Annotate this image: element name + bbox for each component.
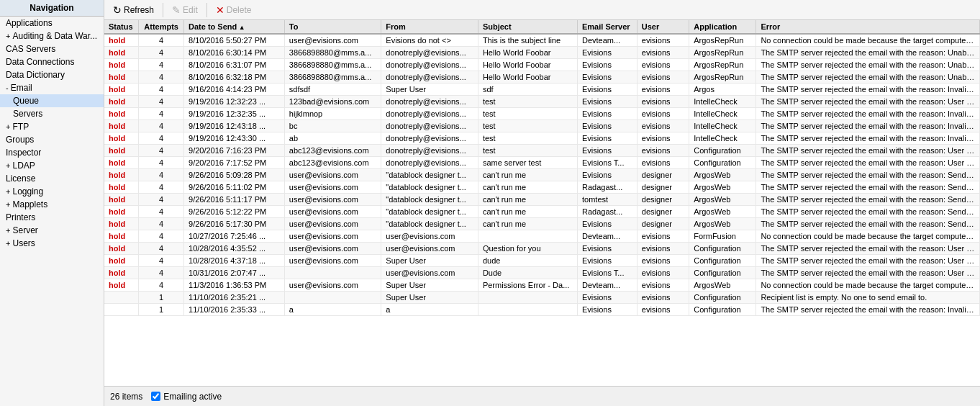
table-row[interactable]: hold49/26/2016 5:09:28 PMuser@evisions.c… xyxy=(104,169,980,181)
cell-application: ArgosRepRun xyxy=(689,34,756,47)
cell-user: designer xyxy=(637,218,689,230)
col-header-user[interactable]: User xyxy=(637,20,689,34)
sidebar-item-inspector[interactable]: Inspector xyxy=(0,146,104,159)
cell-from: donotreply@evisions... xyxy=(381,157,478,169)
col-header-status[interactable]: Status xyxy=(104,20,139,34)
sidebar-item-cas-servers[interactable]: CAS Servers xyxy=(0,42,104,55)
cell-attempts: 4 xyxy=(139,47,184,59)
cell-user: evisions xyxy=(637,108,689,120)
cell-to: user@evisions.com xyxy=(284,34,381,47)
sidebar-item-groups[interactable]: Groups xyxy=(0,133,104,146)
sidebar-item-license[interactable]: License xyxy=(0,172,104,185)
delete-button[interactable]: ✕ Delete xyxy=(212,3,256,17)
cell-from: Super User xyxy=(381,292,478,304)
cell-error: The SMTP server rejected the email with … xyxy=(756,145,980,157)
table-row[interactable]: hold49/16/2016 4:14:23 PMsdfsdfSuper Use… xyxy=(104,84,980,96)
table-row[interactable]: 111/10/2016 2:35:21 ...Super UserEvision… xyxy=(104,292,980,304)
cell-user: evisions xyxy=(637,230,689,243)
toolbar-separator-2 xyxy=(207,3,207,17)
table-row[interactable]: hold49/19/2016 12:43:18 ...bcdonotreply@… xyxy=(104,120,980,132)
cell-date: 10/31/2016 2:07:47 ... xyxy=(184,267,285,279)
cell-application: FormFusion xyxy=(689,230,756,243)
col-header-from[interactable]: From xyxy=(381,20,478,34)
table-row[interactable]: hold48/10/2016 5:50:27 PMuser@evisions.c… xyxy=(104,34,980,47)
table-row[interactable]: hold49/26/2016 5:12:22 PMuser@evisions.c… xyxy=(104,206,980,218)
cell-attempts: 4 xyxy=(139,132,184,145)
col-header-date-to-send[interactable]: Date to Send xyxy=(184,20,285,34)
table-row[interactable]: hold49/19/2016 12:32:23 ...123bad@evisio… xyxy=(104,96,980,108)
cell-application: ArgosRepRun xyxy=(689,71,756,84)
cell-emailserver: Devteam... xyxy=(577,34,637,47)
sidebar-item-servers[interactable]: Servers xyxy=(0,107,104,120)
table-row[interactable]: hold48/10/2016 6:32:18 PM3866898880@mms.… xyxy=(104,71,980,84)
cell-emailserver: Evisions xyxy=(577,47,637,59)
cell-subject xyxy=(478,304,577,316)
table-row[interactable]: hold49/19/2016 12:32:35 ...hijklmnopdono… xyxy=(104,108,980,120)
sidebar-item-email[interactable]: Email xyxy=(0,81,104,94)
sidebar-item-data-connections[interactable]: Data Connections xyxy=(0,55,104,68)
sidebar-item-logging[interactable]: Logging xyxy=(0,185,104,198)
col-header-application[interactable]: Application xyxy=(689,20,756,34)
col-header-attempts[interactable]: Attempts xyxy=(139,20,184,34)
col-header-error[interactable]: Error xyxy=(756,20,980,34)
sidebar-item-applications[interactable]: Applications xyxy=(0,17,104,30)
col-header-subject[interactable]: Subject xyxy=(478,20,577,34)
sidebar-item-printers[interactable]: Printers xyxy=(0,211,104,224)
table-row[interactable]: hold49/26/2016 5:17:30 PMuser@evisions.c… xyxy=(104,218,980,230)
cell-to xyxy=(284,267,381,279)
cell-user: evisions xyxy=(637,120,689,132)
sidebar-item-auditing---data-war---[interactable]: Auditing & Data War... xyxy=(0,30,104,42)
table-row[interactable]: hold410/28/2016 4:37:18 ...user@evisions… xyxy=(104,255,980,267)
emailing-active-checkbox[interactable] xyxy=(151,392,160,401)
col-header-email-server[interactable]: Email Server xyxy=(577,20,637,34)
cell-emailserver: Evisions T... xyxy=(577,157,637,169)
cell-status: hold xyxy=(104,255,139,267)
table-row[interactable]: hold410/28/2016 4:35:52 ...user@evisions… xyxy=(104,243,980,255)
cell-attempts: 4 xyxy=(139,120,184,132)
sidebar-item-mapplets[interactable]: Mapplets xyxy=(0,198,104,211)
table-row[interactable]: hold49/26/2016 5:11:02 PMuser@evisions.c… xyxy=(104,181,980,194)
table-row[interactable]: hold49/20/2016 7:16:23 PMabc123@evisions… xyxy=(104,145,980,157)
table-row[interactable]: hold411/3/2016 1:36:53 PMuser@evisions.c… xyxy=(104,279,980,292)
email-queue-table-container[interactable]: StatusAttemptsDate to SendToFromSubjectE… xyxy=(104,20,980,386)
cell-date: 8/10/2016 6:32:18 PM xyxy=(184,71,285,84)
sidebar-item-server[interactable]: Server xyxy=(0,224,104,237)
edit-icon: ✎ xyxy=(172,4,181,16)
table-row[interactable]: hold49/26/2016 5:11:17 PMuser@evisions.c… xyxy=(104,194,980,206)
sidebar: Navigation ApplicationsAuditing & Data W… xyxy=(0,0,104,406)
cell-emailserver: Evisions xyxy=(577,255,637,267)
col-header-to[interactable]: To xyxy=(284,20,381,34)
cell-attempts: 4 xyxy=(139,157,184,169)
edit-button[interactable]: ✎ Edit xyxy=(168,3,202,17)
cell-status: hold xyxy=(104,230,139,243)
cell-error: The SMTP server rejected the email with … xyxy=(756,181,980,194)
sidebar-item-ldap[interactable]: LDAP xyxy=(0,159,104,172)
cell-date: 9/20/2016 7:16:23 PM xyxy=(184,145,285,157)
cell-user: evisions xyxy=(637,243,689,255)
cell-status: hold xyxy=(104,279,139,292)
table-row[interactable]: hold49/20/2016 7:17:52 PMabc123@evisions… xyxy=(104,157,980,169)
table-row[interactable]: hold48/10/2016 6:30:14 PM3866898880@mms.… xyxy=(104,47,980,59)
cell-emailserver: Evisions xyxy=(577,292,637,304)
cell-date: 9/26/2016 5:09:28 PM xyxy=(184,169,285,181)
cell-application: ArgosRepRun xyxy=(689,47,756,59)
cell-status: hold xyxy=(104,243,139,255)
cell-from: donotreply@evisions... xyxy=(381,59,478,71)
cell-from: a xyxy=(381,304,478,316)
sidebar-item-data-dictionary[interactable]: Data Dictionary xyxy=(0,68,104,81)
sidebar-item-queue[interactable]: Queue xyxy=(0,94,104,107)
cell-date: 9/26/2016 5:11:17 PM xyxy=(184,194,285,206)
sidebar-item-ftp[interactable]: FTP xyxy=(0,120,104,133)
refresh-button[interactable]: ↻ Refresh xyxy=(109,3,158,17)
cell-date: 9/16/2016 4:14:23 PM xyxy=(184,84,285,96)
table-row[interactable]: hold410/27/2016 7:25:46 ...user@evisions… xyxy=(104,230,980,243)
cell-to: user@evisions.com xyxy=(284,279,381,292)
cell-status: hold xyxy=(104,169,139,181)
table-row[interactable]: hold410/31/2016 2:07:47 ...user@evisions… xyxy=(104,267,980,279)
emailing-active-label[interactable]: Emailing active xyxy=(151,392,222,402)
table-row[interactable]: 111/10/2016 2:35:33 ...aaEvisionsevision… xyxy=(104,304,980,316)
cell-application: ArgosWeb xyxy=(689,181,756,194)
table-row[interactable]: hold48/10/2016 6:31:07 PM3866898880@mms.… xyxy=(104,59,980,71)
sidebar-item-users[interactable]: Users xyxy=(0,237,104,250)
table-row[interactable]: hold49/19/2016 12:43:30 ...abdonotreply@… xyxy=(104,132,980,145)
